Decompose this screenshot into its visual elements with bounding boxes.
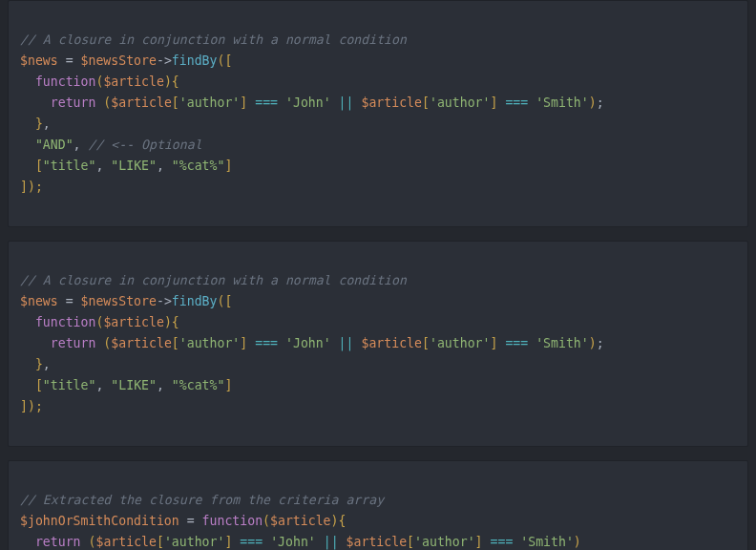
method-name: findBy	[172, 294, 218, 308]
method-name: findBy	[172, 53, 218, 68]
operator: ===	[505, 336, 528, 350]
variable: $newsStore	[81, 294, 157, 308]
code-block-1: // A closure in conjunction with a norma…	[8, 0, 748, 227]
string: "AND"	[35, 138, 74, 152]
keyword-return: return	[51, 95, 96, 110]
comment: // <-- Optional	[88, 138, 201, 152]
operator: ||	[324, 535, 339, 549]
string: 'author'	[430, 336, 491, 350]
code-page: // A closure in conjunction with a norma…	[0, 0, 756, 550]
keyword-function: function	[35, 74, 96, 89]
string: 'Smith'	[536, 336, 589, 350]
variable: $article	[361, 336, 422, 350]
variable: $news	[20, 53, 58, 68]
code-line: $news = $newsStore->findBy([	[20, 53, 232, 68]
comment: // A closure in conjunction with a norma…	[20, 273, 407, 287]
string: 'John'	[285, 95, 331, 110]
string: 'author'	[430, 95, 491, 110]
string: 'author'	[179, 95, 241, 110]
code-line: ["title", "LIKE", "%cat%"]	[20, 378, 232, 392]
code-line: ]);	[20, 399, 43, 413]
code-line: function($article){	[20, 74, 179, 89]
operator: ===	[255, 336, 278, 350]
code-block-2: // A closure in conjunction with a norma…	[8, 241, 748, 447]
string: "LIKE"	[111, 159, 157, 173]
comment: // A closure in conjunction with a norma…	[20, 32, 407, 47]
code-line: },	[20, 116, 51, 131]
string: "title"	[43, 159, 96, 173]
operator: ||	[339, 336, 354, 350]
variable: $article	[111, 336, 172, 350]
variable: $article	[111, 95, 172, 110]
string: 'John'	[270, 535, 316, 549]
operator: ||	[339, 95, 354, 110]
comment: // Extracted the closure from the criter…	[20, 493, 384, 507]
code-line: return ($article['author'] === 'John' ||…	[20, 336, 604, 350]
code-line: function($article){	[20, 315, 179, 329]
string: 'author'	[164, 535, 225, 549]
keyword-function: function	[202, 514, 263, 528]
code-line: ["title", "LIKE", "%cat%"]	[20, 159, 232, 173]
code-line: $johnOrSmithCondition = function($articl…	[20, 514, 346, 528]
code-line: return ($article['author'] === 'John' ||…	[20, 535, 581, 549]
code-block-3: // Extracted the closure from the criter…	[8, 460, 748, 550]
variable: $newsStore	[81, 53, 157, 68]
param: $article	[270, 514, 331, 528]
variable: $article	[361, 95, 422, 110]
variable: $article	[346, 535, 408, 549]
code-line: // A closure in conjunction with a norma…	[20, 273, 407, 287]
string: 'Smith'	[520, 535, 574, 549]
string: "%cat%"	[172, 378, 225, 392]
string: 'author'	[414, 535, 475, 549]
keyword-return: return	[35, 535, 81, 549]
param: $article	[103, 315, 164, 329]
param: $article	[103, 74, 164, 89]
code-line: ]);	[20, 180, 43, 194]
string: "title"	[43, 378, 96, 392]
code-line: // Extracted the closure from the criter…	[20, 493, 384, 507]
string: "LIKE"	[111, 378, 157, 392]
closing: ]);	[20, 399, 43, 413]
code-line: "AND", // <-- Optional	[20, 138, 202, 152]
closing: ]);	[20, 180, 43, 194]
code-line: return ($article['author'] === 'John' ||…	[20, 95, 604, 110]
code-line: $news = $newsStore->findBy([	[20, 294, 232, 308]
operator: ===	[505, 95, 528, 110]
variable: $news	[20, 294, 58, 308]
operator: ===	[240, 535, 262, 549]
keyword-return: return	[51, 336, 96, 350]
variable: $johnOrSmithCondition	[20, 514, 179, 528]
keyword-function: function	[35, 315, 96, 329]
string: "%cat%"	[172, 159, 225, 173]
operator: ===	[255, 95, 278, 110]
operator: ===	[491, 535, 514, 549]
code-line: },	[20, 357, 51, 371]
code-line: // A closure in conjunction with a norma…	[20, 32, 407, 47]
variable: $article	[95, 535, 157, 549]
string: 'John'	[285, 336, 331, 350]
string: 'author'	[179, 336, 241, 350]
string: 'Smith'	[536, 95, 589, 110]
